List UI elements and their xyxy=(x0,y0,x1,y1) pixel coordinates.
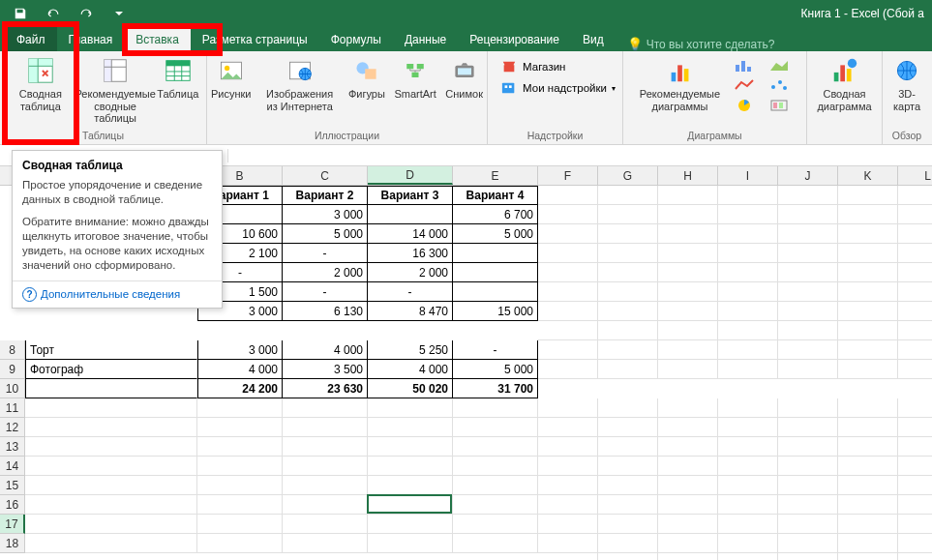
cell[interactable] xyxy=(718,321,778,340)
cell[interactable] xyxy=(658,398,718,418)
cell[interactable] xyxy=(898,340,932,360)
cell[interactable] xyxy=(718,534,778,553)
row-header-16[interactable]: 16 xyxy=(0,495,25,515)
shapes-button[interactable]: Фигуры xyxy=(346,53,388,103)
cell[interactable]: 3 500 xyxy=(283,360,368,379)
undo-icon[interactable] xyxy=(39,2,68,25)
cell[interactable] xyxy=(197,476,283,495)
tell-me-search[interactable]: 💡 Что вы хотите сделать? xyxy=(627,37,775,51)
cell[interactable]: 3 000 xyxy=(283,205,368,224)
row-header-8[interactable]: 8 xyxy=(0,340,25,360)
cell[interactable] xyxy=(368,398,453,418)
cell[interactable] xyxy=(718,553,778,560)
cell[interactable] xyxy=(898,186,932,205)
cell[interactable] xyxy=(283,437,368,457)
cell[interactable]: 5 000 xyxy=(453,224,538,244)
recommended-pivot-button[interactable]: Рекомендуемые сводные таблицы xyxy=(80,53,151,127)
cell[interactable] xyxy=(598,282,658,302)
cell[interactable] xyxy=(658,282,718,302)
cell[interactable] xyxy=(598,515,658,534)
tab-review[interactable]: Рецензирование xyxy=(458,27,571,51)
cell[interactable] xyxy=(778,437,838,457)
cell[interactable]: 6 130 xyxy=(283,302,368,321)
cell[interactable]: Торт xyxy=(25,340,197,360)
cell[interactable] xyxy=(197,457,283,476)
cell[interactable] xyxy=(718,360,778,379)
cell[interactable]: 6 700 xyxy=(453,205,538,224)
cell[interactable] xyxy=(838,398,898,418)
cell[interactable]: Вариант 3 xyxy=(368,186,453,205)
row-header-18[interactable]: 18 xyxy=(0,534,25,553)
cell[interactable]: 4 000 xyxy=(283,340,368,360)
cell[interactable] xyxy=(368,534,453,553)
tab-data[interactable]: Данные xyxy=(393,27,458,51)
cell[interactable] xyxy=(598,360,658,379)
chart-type-column[interactable] xyxy=(729,55,760,74)
cell[interactable] xyxy=(538,398,598,418)
cell[interactable] xyxy=(538,553,598,560)
cell[interactable] xyxy=(453,476,538,495)
cell[interactable] xyxy=(778,263,838,282)
cell[interactable] xyxy=(898,495,932,515)
cell[interactable] xyxy=(838,282,898,302)
recommended-charts-button[interactable]: Рекомендуемые диаграммы xyxy=(636,53,725,114)
tab-formulas[interactable]: Формулы xyxy=(319,27,393,51)
cell[interactable]: 15 000 xyxy=(453,302,538,321)
cell[interactable] xyxy=(778,186,838,205)
cell[interactable] xyxy=(718,302,778,321)
qat-dropdown-icon[interactable] xyxy=(105,2,134,25)
cell[interactable] xyxy=(898,534,932,553)
cell[interactable] xyxy=(838,244,898,263)
cell[interactable] xyxy=(453,534,538,553)
cell[interactable]: 31 700 xyxy=(453,379,538,398)
cell[interactable] xyxy=(25,515,197,534)
cell[interactable] xyxy=(718,224,778,244)
cell[interactable] xyxy=(658,224,718,244)
table-button[interactable]: Таблица xyxy=(155,53,201,103)
cell[interactable]: 5 250 xyxy=(368,340,453,360)
chart-type-area[interactable] xyxy=(764,55,795,74)
cell[interactable] xyxy=(778,205,838,224)
cell[interactable] xyxy=(598,437,658,457)
chart-type-line[interactable] xyxy=(729,75,760,95)
cell[interactable] xyxy=(778,282,838,302)
cell[interactable] xyxy=(778,418,838,437)
screenshot-button[interactable]: Снимок xyxy=(443,53,486,103)
cell[interactable] xyxy=(718,263,778,282)
cell[interactable] xyxy=(658,476,718,495)
cell[interactable] xyxy=(838,302,898,321)
cell[interactable] xyxy=(898,457,932,476)
cell[interactable] xyxy=(718,282,778,302)
cell[interactable] xyxy=(25,457,197,476)
cell[interactable] xyxy=(598,205,658,224)
cell[interactable]: - xyxy=(453,340,538,360)
cell[interactable] xyxy=(718,340,778,360)
cell[interactable] xyxy=(838,360,898,379)
cell[interactable] xyxy=(598,263,658,282)
cell[interactable] xyxy=(598,553,658,560)
cell[interactable] xyxy=(838,418,898,437)
cell[interactable] xyxy=(538,302,598,321)
cell[interactable] xyxy=(598,476,658,495)
cell[interactable] xyxy=(538,224,598,244)
cell[interactable]: 4 000 xyxy=(197,360,283,379)
row-header-12[interactable]: 12 xyxy=(0,418,25,437)
cell[interactable] xyxy=(283,418,368,437)
cell[interactable] xyxy=(718,437,778,457)
cell[interactable] xyxy=(778,476,838,495)
cell[interactable] xyxy=(898,224,932,244)
cell[interactable] xyxy=(368,495,453,515)
cell[interactable] xyxy=(453,418,538,437)
cell[interactable]: 23 630 xyxy=(283,379,368,398)
cell[interactable] xyxy=(25,379,197,398)
cell[interactable] xyxy=(283,534,368,553)
cell[interactable] xyxy=(453,244,538,263)
cell[interactable] xyxy=(658,205,718,224)
cell[interactable] xyxy=(453,437,538,457)
cell[interactable] xyxy=(598,495,658,515)
cell[interactable]: - xyxy=(368,282,453,302)
cell[interactable] xyxy=(598,224,658,244)
cell[interactable] xyxy=(658,515,718,534)
pivot-table-button[interactable]: Сводная таблица xyxy=(5,53,75,114)
cell[interactable] xyxy=(538,515,598,534)
